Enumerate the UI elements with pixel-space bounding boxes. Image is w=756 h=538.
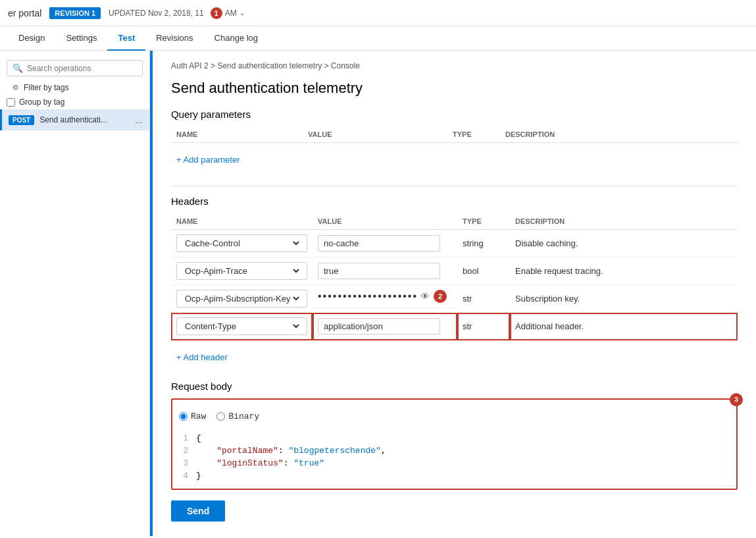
tab-changelog[interactable]: Change log [204,26,269,51]
method-badge: POST [9,115,34,125]
col-header-type: TYPE [447,126,500,143]
query-params-title: Query parameters [171,109,738,120]
headers-col-value: VALUE [313,213,457,230]
code-content-4: } [196,471,736,481]
header-value-input-2[interactable] [318,263,440,279]
annotation-badge-1: 1 [211,7,222,19]
eye-icon[interactable]: 👁 [420,291,430,302]
code-line-4: 4 } [172,470,736,482]
headers-col-type: TYPE [457,213,510,230]
send-button[interactable]: Send [171,500,225,522]
filter-icon: ⛭ [12,83,20,92]
header-type-1: string [457,230,510,257]
annotation-badge-3: 3 [730,393,743,406]
col-header-desc: DESCRIPTION [500,126,738,143]
top-bar: er portal REVISION 1 UPDATED Nov 2, 2018… [0,0,756,26]
header-type-4: str [457,313,510,340]
header-value-input-4[interactable] [318,318,440,335]
annotation-badge-2: 2 [434,290,447,303]
breadcrumb-sep2: > [324,61,331,70]
radio-binary-label: Binary [228,412,259,421]
header-desc-2: Enable request tracing. [510,257,738,285]
col-header-name: NAME [171,126,303,143]
code-line-1: 1 { [172,432,736,444]
search-icon: 🔍 [13,63,23,73]
tab-revisions[interactable]: Revisions [145,26,203,51]
main-content: Auth API 2 > Send authentication telemet… [153,51,756,536]
group-tag-checkbox[interactable] [7,98,15,107]
tab-design[interactable]: Design [8,26,55,51]
table-row: Cache-Control string Disable caching. [171,230,738,257]
revision-badge: REVISION 1 [49,7,101,19]
header-desc-1: Disable caching. [510,230,738,257]
chevron-down-icon[interactable]: ⌄ [239,9,245,16]
headers-title: Headers [171,196,738,207]
breadcrumb-part1[interactable]: Auth API 2 [171,61,209,70]
code-content-1: { [196,433,736,443]
header-name-select-3[interactable]: Ocp-Apim-Subscription-Key [176,290,307,308]
subscription-key-dots: •••••••••••••••••••• [318,290,418,302]
headers-col-name: NAME [171,213,313,230]
search-input[interactable] [27,64,137,73]
updated-text: UPDATED Nov 2, 2018, 11 1 AM ⌄ [109,7,245,19]
group-tag-label: Group by tag [19,97,64,107]
code-content-3: "loginStatus": "true" [196,458,736,468]
request-body-title: Request body [171,381,738,392]
headers-col-desc: DESCRIPTION [510,213,738,230]
headers-table: NAME VALUE TYPE DESCRIPTION Cache-Contro… [171,213,738,340]
line-num-4: 4 [172,471,196,481]
radio-raw-label: Raw [191,412,206,421]
filter-label: Filter by tags [24,83,69,92]
radio-raw[interactable]: Raw [179,412,206,421]
radio-raw-input[interactable] [179,412,188,421]
breadcrumb: Auth API 2 > Send authentication telemet… [171,61,738,70]
tab-settings[interactable]: Settings [55,26,107,51]
code-line-3: 3 "loginStatus": "true" [172,457,736,470]
code-editor[interactable]: Raw Binary 3 1 { 2 "portalName [171,398,738,490]
request-body-section: Request body Raw Binary 3 1 { [171,381,738,490]
line-num-1: 1 [172,433,196,443]
updated-date: UPDATED Nov 2, 2018, 11 [109,9,204,18]
search-box[interactable]: 🔍 [7,60,143,76]
sidebar-item-label: Send authenticati... [39,115,130,124]
query-params-table: NAME VALUE TYPE DESCRIPTION [171,126,738,143]
header-type-2: bool [457,257,510,285]
breadcrumb-sep1: > [211,61,217,70]
header-desc-3: Subscription key. [510,285,738,313]
line-num-3: 3 [172,458,196,468]
code-line-2: 2 "portalName": "blogpeterschende", [172,444,736,457]
sidebar: 🔍 ⛭ Filter by tags Group by tag POST Sen… [0,51,150,536]
portal-label: er portal [8,8,41,18]
table-row: Ocp-Apim-Trace bool Enable request traci… [171,257,738,285]
page-title: Send authentication telemetry [171,80,738,97]
add-header-link[interactable]: + Add header [176,352,228,362]
radio-binary[interactable]: Binary [216,412,259,421]
header-name-dropdown-1[interactable]: Cache-Control [182,238,301,249]
tab-test[interactable]: Test [107,26,145,51]
header-name-select-1[interactable]: Cache-Control [176,234,307,252]
radio-group: Raw Binary 3 [172,406,736,427]
sidebar-item-post[interactable]: POST Send authenticati... ... [0,109,149,130]
header-name-dropdown-3[interactable]: Ocp-Apim-Subscription-Key [182,293,301,304]
filter-by-tags[interactable]: ⛭ Filter by tags [7,80,143,95]
header-name-select-2[interactable]: Ocp-Apim-Trace [176,262,307,280]
line-num-2: 2 [172,446,196,456]
header-value-input-1[interactable] [318,235,440,252]
nav-tabs: Design Settings Test Revisions Change lo… [0,26,756,51]
code-content-2: "portalName": "blogpeterschende", [196,446,736,456]
header-name-select-4[interactable]: Content-Type [176,317,307,335]
header-desc-4: Additional header. [510,313,738,340]
group-by-tag: Group by tag [7,97,143,107]
radio-binary-input[interactable] [216,412,225,421]
sidebar-item-menu-icon[interactable]: ... [135,115,143,125]
breadcrumb-part2[interactable]: Send authentication telemetry [217,61,322,70]
table-row-highlighted: Content-Type str Additional header. [171,313,738,340]
header-type-3: str [457,285,510,313]
col-header-value: VALUE [303,126,447,143]
header-name-dropdown-4[interactable]: Content-Type [182,321,301,332]
table-row: Ocp-Apim-Subscription-Key ••••••••••••••… [171,285,738,313]
add-parameter-link[interactable]: + Add parameter [176,155,239,165]
header-name-dropdown-2[interactable]: Ocp-Apim-Trace [182,265,301,277]
updated-suffix: AM [225,9,237,18]
main-layout: 🔍 ⛭ Filter by tags Group by tag POST Sen… [0,51,756,536]
